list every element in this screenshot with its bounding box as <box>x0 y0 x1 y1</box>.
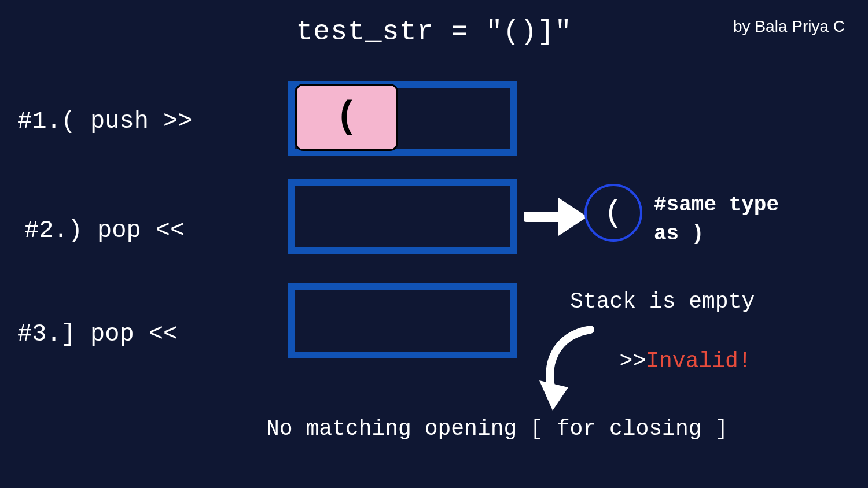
bottom-message: No matching opening [ for closing ] <box>266 416 728 441</box>
step3-status-top: Stack is empty <box>570 289 755 314</box>
step2-popped-circle: ( <box>584 184 642 242</box>
step1-slot: ( <box>295 84 398 151</box>
step3-status-prefix: >> <box>620 349 646 374</box>
step3-status-bottom: >>Invalid! <box>593 324 752 374</box>
step3-stack <box>288 283 517 358</box>
arrow-curved-icon <box>532 324 602 416</box>
step2-stack <box>288 179 517 254</box>
arrow-right-icon <box>524 191 593 243</box>
step3-label: #3.] pop << <box>17 320 178 348</box>
step1-slot-char: ( <box>336 97 358 138</box>
attribution: by Bala Priya C <box>733 17 845 36</box>
step1-label: #1.( push >> <box>17 108 192 135</box>
step2-popped-char: ( <box>604 195 623 231</box>
step2-label: #2.) pop << <box>24 217 185 245</box>
step2-note: #same type as ) <box>654 191 779 249</box>
step3-status-invalid: Invalid! <box>646 349 751 374</box>
